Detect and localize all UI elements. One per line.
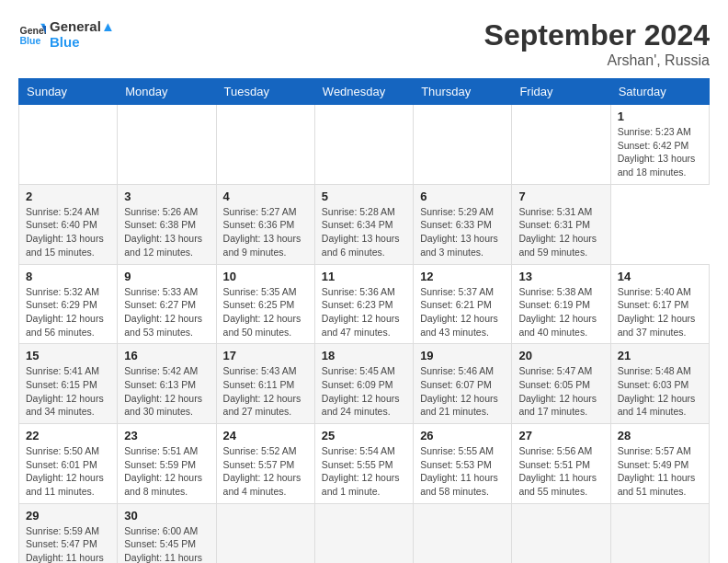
day-info-15: Sunrise: 5:41 AM Sunset: 6:15 PM Dayligh… (26, 364, 110, 419)
calendar-day-1: 1Sunrise: 5:23 AM Sunset: 6:42 PM Daylig… (610, 105, 709, 185)
calendar-week-3: 8Sunrise: 5:32 AM Sunset: 6:29 PM Daylig… (19, 264, 710, 344)
empty-cell (512, 105, 610, 185)
calendar-day-27: 27Sunrise: 5:56 AM Sunset: 5:51 PM Dayli… (512, 424, 610, 504)
day-number-12: 12 (420, 270, 505, 283)
header-wednesday: Wednesday (314, 79, 413, 105)
day-info-20: Sunrise: 5:47 AM Sunset: 6:05 PM Dayligh… (518, 364, 603, 419)
calendar-day-21: 21Sunrise: 5:48 AM Sunset: 6:03 PM Dayli… (610, 344, 709, 424)
calendar-week-6: 29Sunrise: 5:59 AM Sunset: 5:47 PM Dayli… (19, 503, 710, 563)
day-info-28: Sunrise: 5:57 AM Sunset: 5:49 PM Dayligh… (618, 444, 702, 499)
day-number-2: 2 (26, 190, 110, 203)
calendar-day-20: 20Sunrise: 5:47 AM Sunset: 6:05 PM Dayli… (512, 344, 610, 424)
calendar-day-11: 11Sunrise: 5:36 AM Sunset: 6:23 PM Dayli… (314, 264, 413, 344)
calendar-day-7: 7Sunrise: 5:31 AM Sunset: 6:31 PM Daylig… (512, 184, 610, 264)
day-number-8: 8 (26, 270, 110, 283)
calendar-day-29: 29Sunrise: 5:59 AM Sunset: 5:47 PM Dayli… (19, 503, 118, 563)
empty-cell (314, 503, 413, 563)
empty-cell (512, 503, 610, 563)
calendar-day-5: 5Sunrise: 5:28 AM Sunset: 6:34 PM Daylig… (314, 184, 413, 264)
day-info-13: Sunrise: 5:38 AM Sunset: 6:19 PM Dayligh… (518, 285, 603, 339)
day-number-9: 9 (124, 270, 209, 283)
day-info-25: Sunrise: 5:54 AM Sunset: 5:55 PM Dayligh… (322, 444, 406, 499)
day-info-23: Sunrise: 5:51 AM Sunset: 5:59 PM Dayligh… (124, 444, 209, 499)
calendar-day-12: 12Sunrise: 5:37 AM Sunset: 6:21 PM Dayli… (414, 264, 512, 344)
calendar-day-17: 17Sunrise: 5:43 AM Sunset: 6:11 PM Dayli… (216, 344, 314, 424)
day-number-15: 15 (26, 349, 110, 362)
day-info-22: Sunrise: 5:50 AM Sunset: 6:01 PM Dayligh… (26, 444, 110, 499)
calendar-day-22: 22Sunrise: 5:50 AM Sunset: 6:01 PM Dayli… (19, 424, 118, 504)
month-title: September 2024 (484, 18, 710, 52)
day-info-18: Sunrise: 5:45 AM Sunset: 6:09 PM Dayligh… (322, 364, 406, 419)
day-info-2: Sunrise: 5:24 AM Sunset: 6:40 PM Dayligh… (26, 205, 110, 259)
empty-cell (216, 503, 314, 563)
day-number-5: 5 (322, 190, 406, 203)
day-number-30: 30 (124, 509, 209, 523)
day-number-4: 4 (223, 190, 308, 203)
header-thursday: Thursday (414, 79, 512, 105)
day-info-11: Sunrise: 5:36 AM Sunset: 6:23 PM Dayligh… (322, 285, 406, 339)
day-number-16: 16 (124, 349, 209, 362)
header-friday: Friday (512, 79, 610, 105)
day-number-17: 17 (223, 349, 308, 362)
day-info-30: Sunrise: 6:00 AM Sunset: 5:45 PM Dayligh… (124, 524, 209, 563)
day-info-12: Sunrise: 5:37 AM Sunset: 6:21 PM Dayligh… (420, 285, 505, 339)
day-info-26: Sunrise: 5:55 AM Sunset: 5:53 PM Dayligh… (420, 444, 505, 499)
calendar-day-9: 9Sunrise: 5:33 AM Sunset: 6:27 PM Daylig… (118, 264, 216, 344)
empty-cell (414, 105, 512, 185)
calendar-day-24: 24Sunrise: 5:52 AM Sunset: 5:57 PM Dayli… (216, 424, 314, 504)
day-number-13: 13 (518, 270, 603, 283)
empty-cell (314, 105, 413, 185)
day-info-17: Sunrise: 5:43 AM Sunset: 6:11 PM Dayligh… (223, 364, 308, 419)
day-info-4: Sunrise: 5:27 AM Sunset: 6:36 PM Dayligh… (223, 205, 308, 259)
day-number-24: 24 (223, 429, 308, 442)
svg-text:Blue: Blue (20, 35, 41, 46)
day-number-27: 27 (518, 429, 603, 442)
day-number-10: 10 (223, 270, 308, 283)
day-number-3: 3 (124, 190, 209, 203)
day-number-6: 6 (420, 190, 505, 203)
calendar-day-10: 10Sunrise: 5:35 AM Sunset: 6:25 PM Dayli… (216, 264, 314, 344)
calendar-header-row: Sunday Monday Tuesday Wednesday Thursday… (19, 79, 710, 105)
day-info-29: Sunrise: 5:59 AM Sunset: 5:47 PM Dayligh… (26, 524, 110, 563)
day-info-27: Sunrise: 5:56 AM Sunset: 5:51 PM Dayligh… (518, 444, 603, 499)
day-info-9: Sunrise: 5:33 AM Sunset: 6:27 PM Dayligh… (124, 285, 209, 339)
calendar-day-3: 3Sunrise: 5:26 AM Sunset: 6:38 PM Daylig… (118, 184, 216, 264)
calendar-day-19: 19Sunrise: 5:46 AM Sunset: 6:07 PM Dayli… (414, 344, 512, 424)
day-number-26: 26 (420, 429, 505, 442)
empty-cell (216, 105, 314, 185)
calendar-day-8: 8Sunrise: 5:32 AM Sunset: 6:29 PM Daylig… (19, 264, 118, 344)
day-number-7: 7 (518, 190, 603, 203)
day-number-11: 11 (322, 270, 406, 283)
empty-cell (610, 503, 709, 563)
calendar-day-26: 26Sunrise: 5:55 AM Sunset: 5:53 PM Dayli… (414, 424, 512, 504)
calendar-day-30: 30Sunrise: 6:00 AM Sunset: 5:45 PM Dayli… (118, 503, 216, 563)
day-number-20: 20 (518, 349, 603, 362)
header-sunday: Sunday (19, 79, 118, 105)
calendar-week-2: 2Sunrise: 5:24 AM Sunset: 6:40 PM Daylig… (19, 184, 710, 264)
logo-general-text: General▲ (50, 18, 115, 34)
day-info-10: Sunrise: 5:35 AM Sunset: 6:25 PM Dayligh… (223, 285, 308, 339)
calendar-day-6: 6Sunrise: 5:29 AM Sunset: 6:33 PM Daylig… (414, 184, 512, 264)
logo-blue-text: Blue (50, 34, 115, 50)
empty-cell (118, 105, 216, 185)
location: Arshan', Russia (484, 52, 710, 69)
day-info-16: Sunrise: 5:42 AM Sunset: 6:13 PM Dayligh… (124, 364, 209, 419)
header-tuesday: Tuesday (216, 79, 314, 105)
day-number-1: 1 (618, 109, 702, 123)
day-number-22: 22 (26, 429, 110, 442)
day-number-29: 29 (26, 509, 110, 523)
calendar-day-28: 28Sunrise: 5:57 AM Sunset: 5:49 PM Dayli… (610, 424, 709, 504)
calendar-day-16: 16Sunrise: 5:42 AM Sunset: 6:13 PM Dayli… (118, 344, 216, 424)
day-number-21: 21 (618, 349, 702, 362)
logo-icon: General Blue (18, 20, 46, 48)
calendar-table: Sunday Monday Tuesday Wednesday Thursday… (18, 78, 710, 563)
day-info-24: Sunrise: 5:52 AM Sunset: 5:57 PM Dayligh… (223, 444, 308, 499)
day-info-3: Sunrise: 5:26 AM Sunset: 6:38 PM Dayligh… (124, 205, 209, 259)
empty-cell (414, 503, 512, 563)
day-info-5: Sunrise: 5:28 AM Sunset: 6:34 PM Dayligh… (322, 205, 406, 259)
day-info-21: Sunrise: 5:48 AM Sunset: 6:03 PM Dayligh… (618, 364, 702, 419)
calendar-day-13: 13Sunrise: 5:38 AM Sunset: 6:19 PM Dayli… (512, 264, 610, 344)
day-number-14: 14 (618, 270, 702, 283)
day-number-23: 23 (124, 429, 209, 442)
day-info-1: Sunrise: 5:23 AM Sunset: 6:42 PM Dayligh… (618, 125, 702, 179)
